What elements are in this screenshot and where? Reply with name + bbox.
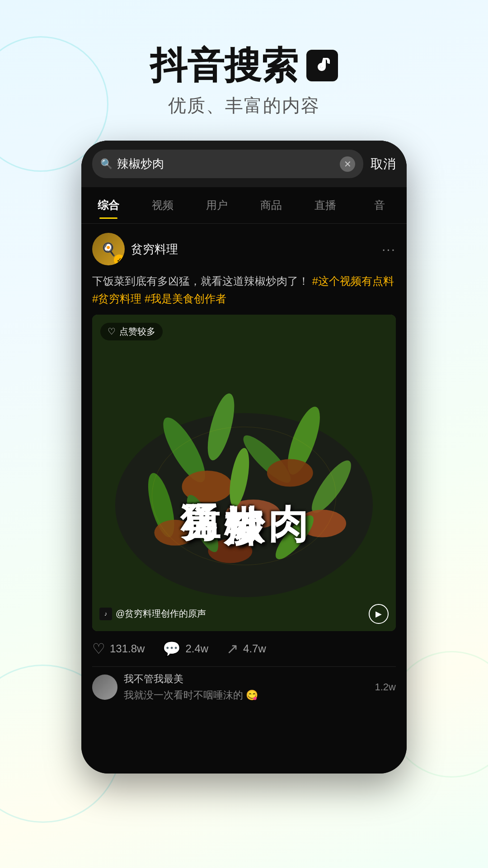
author-info: 🍳 ✓ 贫穷料理 <box>92 233 178 265</box>
phone-mockup: 🔍 辣椒炒肉 ✕ 取消 综合 视频 用户 商品 <box>81 141 407 774</box>
search-clear-button[interactable]: ✕ <box>340 156 355 172</box>
likes-item[interactable]: ♡ 131.8w <box>92 640 145 657</box>
search-bar-area: 🔍 辣椒炒肉 ✕ 取消 <box>81 141 407 187</box>
search-input-container[interactable]: 🔍 辣椒炒肉 ✕ <box>92 150 363 178</box>
sound-info[interactable]: ♪ @贫穷料理创作的原声 <box>99 608 206 620</box>
tab-用户[interactable]: 用户 <box>190 192 244 219</box>
cancel-button[interactable]: 取消 <box>371 156 396 173</box>
video-sound-bar: ♪ @贫穷料理创作的原声 ▶ <box>99 604 389 624</box>
commenter-avatar <box>92 675 117 700</box>
tabs-row: 综合 视频 用户 商品 直播 音 <box>81 187 407 224</box>
comment-text: 我就没一次看时不咽唾沫的 😋 <box>124 689 369 702</box>
video-thumbnail[interactable]: 勇猛 辣椒炒 肉 ♡ 点赞较多 <box>92 315 396 631</box>
share-icon: ↗ <box>226 640 239 657</box>
hashtag-3[interactable]: #我是美食创作者 <box>145 292 226 305</box>
title-text: 抖音搜索 <box>150 45 298 86</box>
tiktok-small-icon: ♪ <box>99 608 112 620</box>
commenter-name: 我不管我最美 <box>124 672 369 686</box>
tiktok-logo-icon <box>306 50 338 81</box>
search-icon: 🔍 <box>100 158 113 170</box>
comment-preview: 我不管我最美 我就没一次看时不咽唾沫的 😋 1.2w <box>92 666 396 702</box>
heart-icon: ♡ <box>108 326 116 337</box>
hashtag-1[interactable]: #这个视频有点料 <box>312 275 394 287</box>
video-text-overlay: 勇猛 辣椒炒 肉 <box>92 315 396 631</box>
search-query-text: 辣椒炒肉 <box>117 156 335 172</box>
tab-视频[interactable]: 视频 <box>136 192 190 219</box>
badge-label: 点赞较多 <box>119 326 155 338</box>
phone-content: 🔍 辣椒炒肉 ✕ 取消 综合 视频 用户 商品 <box>81 141 407 774</box>
post-body-text: 下饭菜到底有多凶猛，就看这道辣椒炒肉了！ <box>92 275 309 287</box>
header-section: 抖音搜索 优质、丰富的内容 <box>0 0 488 141</box>
tab-商品[interactable]: 商品 <box>244 192 298 219</box>
comment-count-right: 1.2w <box>375 681 396 693</box>
heart-icon-engage: ♡ <box>92 640 105 657</box>
comment-lines: 我不管我最美 我就没一次看时不咽唾沫的 😋 <box>124 672 369 702</box>
main-title: 抖音搜索 <box>0 45 488 86</box>
tab-直播[interactable]: 直播 <box>298 192 352 219</box>
sound-credit-text: @贫穷料理创作的原声 <box>116 608 206 620</box>
likes-count: 131.8w <box>110 642 145 655</box>
video-badge: ♡ 点赞较多 <box>100 323 163 340</box>
post-text: 下饭菜到底有多凶猛，就看这道辣椒炒肉了！ #这个视频有点料 #贫穷料理 #我是美… <box>92 273 396 307</box>
shares-count: 4.7w <box>243 642 266 655</box>
play-button[interactable]: ▶ <box>369 604 389 624</box>
tab-综合[interactable]: 综合 <box>81 192 136 219</box>
comments-item[interactable]: 💬 2.4w <box>163 640 208 657</box>
comments-count: 2.4w <box>185 642 208 655</box>
subtitle-text: 优质、丰富的内容 <box>0 93 488 118</box>
hashtag-2[interactable]: #贫穷料理 <box>92 292 141 305</box>
tab-音[interactable]: 音 <box>352 192 407 219</box>
author-name[interactable]: 贫穷料理 <box>131 241 178 257</box>
author-row: 🍳 ✓ 贫穷料理 ··· <box>92 233 396 265</box>
comment-icon: 💬 <box>163 640 181 657</box>
author-avatar[interactable]: 🍳 ✓ <box>92 233 125 265</box>
engagement-bar: ♡ 131.8w 💬 2.4w ↗ 4.7w <box>92 631 396 666</box>
verified-badge: ✓ <box>114 255 125 265</box>
content-area: 🍳 ✓ 贫穷料理 ··· 下饭菜到底有多凶猛，就看这道辣椒炒肉了！ #这个视频有… <box>81 224 407 711</box>
video-background: 勇猛 辣椒炒 肉 ♡ 点赞较多 <box>92 315 396 631</box>
more-options-button[interactable]: ··· <box>382 241 396 257</box>
shares-item[interactable]: ↗ 4.7w <box>226 640 266 657</box>
phone-wrapper: 🔍 辣椒炒肉 ✕ 取消 综合 视频 用户 商品 <box>0 141 488 774</box>
